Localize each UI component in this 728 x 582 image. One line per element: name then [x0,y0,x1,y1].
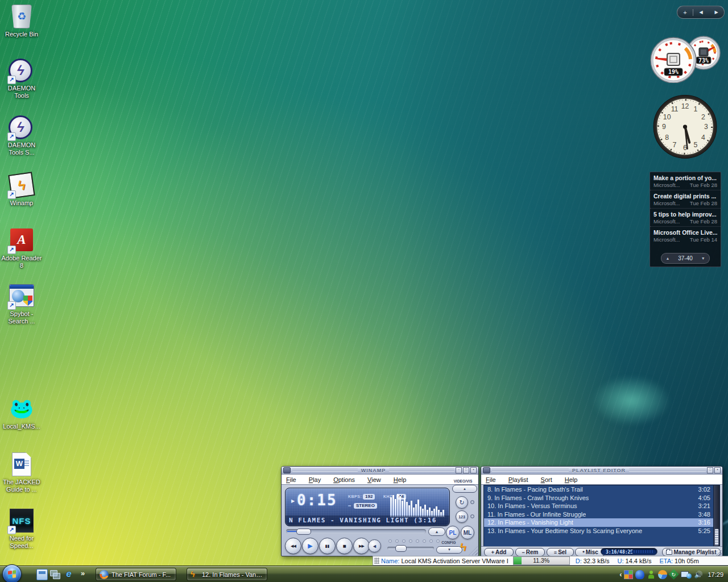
menu-playlist[interactable]: Playlist [508,476,528,483]
playlist-titlebar[interactable]: PLAYLIST EDITOR □ × [481,467,722,475]
tray-volume-icon[interactable]: 🔊 [694,570,703,579]
config-dropdown-button[interactable]: ▼ [436,546,462,554]
clock-gadget[interactable]: 12 1 2 3 4 5 6 7 8 9 10 11 [652,93,718,160]
tray-icon-messenger[interactable] [647,570,656,579]
select-button[interactable]: ≡Sel [547,548,574,556]
menu-file[interactable]: File [286,476,296,483]
track-row[interactable]: 13. In Flames - Your Bedtime Story Is Sc… [484,527,714,535]
minimize-button[interactable]: – [456,467,462,473]
desktop-icon-spybot[interactable]: ↗ Spybot - Search ... [0,283,43,325]
manage-playlist-button[interactable]: Manage Playlist [662,548,721,556]
add-button[interactable]: +Add [484,548,514,556]
quicklaunch-overflow-chevron[interactable]: » [81,569,85,577]
taskbar-task-fiat-forum[interactable]: The FIAT Forum - F... [96,568,176,581]
select-icon: ≡ [554,549,557,556]
desktop-icon-adobe-reader[interactable]: A ↗ Adobe Reader 8 [0,227,43,269]
remove-button[interactable]: −Rem [515,548,545,556]
volume-thumb[interactable] [395,545,407,552]
playlist-toggle-button[interactable]: PL [446,526,460,539]
seek-thumb[interactable] [296,529,311,535]
desktop-icon-winamp[interactable]: ϟ ↗ Winamp [0,172,43,207]
tray-icon-display-app[interactable] [624,570,633,579]
eject-button[interactable]: ▲ [428,527,445,536]
playlist-scrollbar[interactable] [713,485,720,547]
feed-down-icon[interactable]: ▼ [701,256,705,260]
firefox-icon [100,570,109,579]
winamp-titlebar[interactable]: WINAMP – □ × [282,467,478,475]
scrollbar-thumb[interactable] [714,529,719,546]
feed-up-icon[interactable]: ▲ [665,256,669,260]
feed-item[interactable]: Create digital prints ... Microsoft...Tu… [650,190,721,209]
torrent-deskband[interactable]: Name: Local KMS Activation Server VMware… [373,556,728,566]
play-button[interactable]: ▶ [302,538,318,554]
menu-options[interactable]: Options [333,476,355,483]
start-button[interactable] [2,564,22,582]
menu-help[interactable]: Help [565,476,578,483]
playlist-time-display: 3:16/48:25 [601,548,657,555]
sidebar-controls: + ◀ ▶ [677,6,725,19]
menu-sort[interactable]: Sort [541,476,552,483]
mute-button[interactable]: ◄ [368,539,381,552]
feed-item[interactable]: 5 tips to help improv... Microsoft...Tue… [650,209,721,227]
desktop-icon-daemon-tools[interactable]: ϟ ↗ DAEMON Tools [0,59,43,99]
add-gadget-button[interactable]: + [677,9,693,16]
shortcut-arrow-icon: ↗ [7,76,16,84]
time-display-mode-button[interactable]: 123 [456,510,468,523]
desktop-icon-daemon-tools-s[interactable]: ϟ ↗ DAEMON Tools S... [0,115,43,156]
media-library-button[interactable]: ML [461,526,474,539]
kbps-label: KBPS: [348,494,362,498]
track-row[interactable]: 10. In Flames - Versus Terminus3:21 [484,502,714,510]
next-button[interactable]: ▶▶ [353,538,370,554]
numbers-led [470,514,474,518]
pause-button[interactable]: ▮▮ [319,538,336,554]
tray-icon-daemon[interactable]: ↻ [669,569,679,579]
torrent-progress-bar: 11.3% [513,556,570,565]
desktop-icon-local-kms[interactable]: 🐸 Local_KMS... [0,397,43,430]
stop-button[interactable]: ■ [336,538,353,554]
torrent-name: Local KMS Activation Server VMware I [401,558,508,564]
desktop-icon-need-for-speed[interactable]: NFS ↗ Need for Speed... [0,508,43,550]
track-row[interactable]: 9. In Flames - Crawl Through Knives4:05 [484,494,714,502]
menu-play[interactable]: Play [309,476,321,483]
close-button[interactable]: × [470,467,477,473]
feed-item[interactable]: Microsoft Office Live... Microsoft...Tue… [650,227,721,244]
name-label: Name: [381,558,399,564]
shortcut-arrow-icon: ↗ [7,132,16,141]
tray-icon-msn[interactable] [658,570,667,579]
seek-bar[interactable] [286,529,426,534]
track-row[interactable]: 11. In Flames - Our Infinite Struggle3:4… [484,510,714,519]
cpu-meter-gadget[interactable]: 73% 19% [650,35,725,83]
previous-button[interactable]: ◀◀ [285,538,301,554]
shade-button[interactable]: □ [707,467,713,473]
switch-windows-button[interactable] [50,569,60,579]
tray-icon-azureus[interactable] [635,570,644,579]
show-desktop-button[interactable] [36,569,48,580]
track-row[interactable]: 8. In Flames - Pacing Death's Trail3:02 [484,485,714,494]
taskbar-clock[interactable]: 17:29 [708,571,723,578]
resize-grip[interactable] [469,546,478,555]
feed-headlines-gadget: Make a portion of yo... Microsoft...Tue … [650,172,721,267]
tray-collapse-chevron[interactable]: ‹ [619,570,622,579]
feed-item[interactable]: Make a portion of yo... Microsoft...Tue … [650,172,721,190]
spectrum-analyzer [390,493,445,517]
volume-slider[interactable] [387,547,434,550]
menu-help[interactable]: Help [394,476,407,483]
menu-view[interactable]: View [367,476,381,483]
gadget-next-button[interactable]: ▶ [709,10,724,15]
repeat-button[interactable]: ↻ [456,496,468,509]
internet-explorer-button[interactable]: e [64,569,74,579]
icon-label: The JACKED Guide to ... [0,479,43,493]
svg-text:1: 1 [694,105,698,113]
taskbar-task-winamp[interactable]: ϟ 12. In Flames - Vanis... [187,568,267,581]
deskband-grip[interactable] [374,558,379,564]
desktop-icon-jacked-guide[interactable]: W The JACKED Guide to ... [0,452,43,493]
tray-network-icon[interactable] [680,570,692,579]
track-row-selected[interactable]: 12. In Flames - Vanishing Light3:16 [484,518,714,527]
shade-toggle-button[interactable]: ▲ [452,485,477,493]
shade-button[interactable]: □ [463,467,469,473]
menu-file[interactable]: File [486,476,496,483]
gadget-prev-button[interactable]: ◀ [693,10,709,15]
remove-icon: − [522,549,525,556]
close-button[interactable]: × [714,467,721,473]
desktop-icon-recycle-bin[interactable]: ♻ Recycle Bin [0,3,43,38]
